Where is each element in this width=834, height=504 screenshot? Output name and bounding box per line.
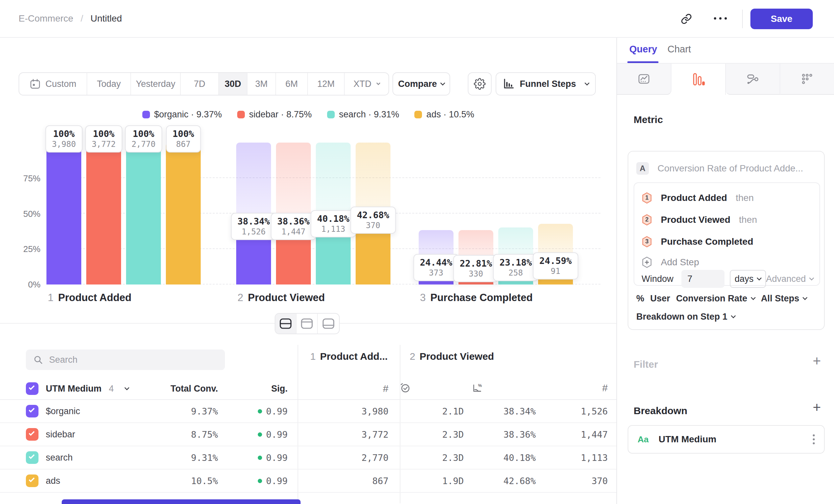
- table-row-organic[interactable]: $organic9.37%0.993,9802.1D38.34%1,526: [0, 400, 616, 423]
- tab-chart[interactable]: Chart: [667, 44, 691, 55]
- tab-query[interactable]: Query: [629, 44, 657, 55]
- query-step-2[interactable]: 2Product Viewedthen: [642, 211, 757, 228]
- breakdown-on-step-dropdown[interactable]: Breakdown on Step 1: [636, 312, 735, 322]
- row-label: ads: [46, 476, 60, 486]
- chevron-down-icon: [440, 80, 445, 86]
- tab-flows[interactable]: [726, 64, 780, 95]
- svg-text:3: 3: [645, 238, 649, 245]
- chart-settings-button[interactable]: [468, 72, 492, 95]
- bar-sidebar-step1[interactable]: 100%3,772: [86, 143, 121, 284]
- layout-top-button[interactable]: [297, 314, 318, 334]
- table-step1-header: 1 Product Add...: [310, 351, 388, 362]
- range-custom[interactable]: Custom: [19, 73, 87, 95]
- legend-item-organic[interactable]: $organic · 9.37%: [142, 109, 222, 120]
- entity-label[interactable]: User: [650, 294, 670, 304]
- bar-organic-step2[interactable]: 38.34%1,526: [236, 143, 271, 284]
- query-step-3[interactable]: 3Purchase Completed: [642, 233, 753, 250]
- bar-search-step1[interactable]: 100%2,770: [126, 143, 161, 284]
- share-link-icon[interactable]: [681, 13, 692, 25]
- table-row-search[interactable]: search9.31%0.992,7702.3D40.18%1,113: [0, 446, 616, 469]
- top-panel-icon: [301, 318, 313, 329]
- range-yesterday[interactable]: Yesterday: [131, 73, 181, 95]
- legend-item-ads[interactable]: ads · 10.5%: [414, 109, 474, 120]
- select-all-checkbox[interactable]: [26, 382, 39, 395]
- range-30d[interactable]: 30D: [219, 73, 247, 95]
- legend-label: sidebar · 8.75%: [249, 109, 312, 120]
- chart-view-dropdown[interactable]: Funnel Steps: [496, 72, 596, 95]
- bar-sidebar-step3[interactable]: 22.81%330: [459, 143, 493, 284]
- step-label-2: 2Product Viewed: [238, 292, 325, 304]
- compare-button[interactable]: Compare: [392, 72, 450, 95]
- step1-count: 3,772: [298, 429, 400, 440]
- window-unit-select[interactable]: days: [730, 270, 766, 288]
- step-then-label: then: [739, 214, 758, 225]
- bar-ads-step3[interactable]: 24.59%91: [538, 143, 573, 284]
- advanced-toggle[interactable]: Advanced: [766, 274, 813, 284]
- query-step-1[interactable]: 1Product Addedthen: [642, 190, 754, 206]
- row-label: sidebar: [46, 429, 75, 440]
- sig-header[interactable]: Sig.: [218, 384, 288, 394]
- svg-text:1: 1: [645, 194, 649, 201]
- bar-count: 3,980: [52, 140, 75, 149]
- header-divider: [742, 9, 743, 28]
- range-label: 12M: [317, 79, 335, 89]
- step-label-3: 3Purchase Completed: [420, 292, 533, 304]
- range-xtd[interactable]: XTD: [345, 73, 389, 95]
- bar-ads-step1[interactable]: 100%867: [166, 143, 201, 284]
- tab-insights[interactable]: [617, 64, 672, 95]
- bar-search-step3[interactable]: 23.18%258: [498, 143, 533, 284]
- row-checkbox[interactable]: [26, 428, 39, 441]
- time-to-convert: 1.9D: [400, 476, 472, 486]
- add-breakdown-button[interactable]: +: [813, 403, 821, 412]
- window-value-input[interactable]: [681, 270, 725, 288]
- row-checkbox[interactable]: [26, 475, 39, 487]
- funnel-bars-icon: [503, 78, 514, 90]
- split-view-icon: [279, 318, 292, 329]
- bar-search-step2[interactable]: 40.18%1,113: [316, 143, 351, 284]
- more-menu-icon[interactable]: [714, 17, 727, 20]
- y-tick-label: 25%: [14, 244, 41, 254]
- bar-sidebar-step2[interactable]: 38.36%1,447: [276, 143, 311, 284]
- scope-dropdown[interactable]: All Steps: [761, 294, 807, 304]
- range-today[interactable]: Today: [87, 73, 131, 95]
- row-checkbox[interactable]: [26, 405, 39, 417]
- row-left-cell: ads10.5%0.99: [0, 475, 298, 487]
- table-row-sidebar[interactable]: sidebar8.75%0.993,7722.3D38.36%1,447: [0, 423, 616, 446]
- tab-retention[interactable]: [780, 64, 834, 95]
- conversion-rate-icon: %: [472, 382, 544, 394]
- metric-summary-row[interactable]: A Conversion Rate of Product Adde...: [636, 162, 803, 175]
- query-step-name: Purchase Completed: [661, 236, 753, 247]
- time-to-convert-icon: [400, 382, 472, 394]
- breakdown-item[interactable]: Aa UTM Medium: [628, 425, 825, 454]
- layout-split-button[interactable]: [275, 314, 297, 334]
- row-checkbox[interactable]: [26, 451, 39, 464]
- range-3m[interactable]: 3M: [247, 73, 276, 95]
- flows-icon: [746, 72, 759, 86]
- legend-item-search[interactable]: search · 9.31%: [327, 109, 399, 120]
- save-button[interactable]: Save: [750, 8, 813, 29]
- bar-ads-step2[interactable]: 42.68%370: [356, 143, 391, 284]
- breadcrumb-project[interactable]: E-Commerce: [19, 13, 73, 24]
- add-step-button[interactable]: Add Step: [642, 254, 699, 271]
- table-row-ads[interactable]: ads10.5%0.998671.9D42.68%370: [0, 469, 616, 493]
- range-6m[interactable]: 6M: [276, 73, 308, 95]
- item-menu-icon[interactable]: [813, 434, 815, 444]
- search-input[interactable]: [49, 355, 208, 365]
- check-icon: [28, 430, 35, 436]
- add-filter-button[interactable]: +: [813, 356, 821, 366]
- bar-organic-step3[interactable]: 24.44%373: [419, 143, 454, 284]
- range-12m[interactable]: 12M: [308, 73, 345, 95]
- measure-dropdown[interactable]: Conversion Rate: [676, 294, 755, 304]
- range-7d[interactable]: 7D: [181, 73, 219, 95]
- tab-funnels[interactable]: [672, 64, 726, 95]
- metric-summary: Conversion Rate of Product Adde...: [658, 163, 803, 174]
- step-number: 2: [238, 292, 243, 304]
- layout-bottom-button[interactable]: [318, 314, 339, 334]
- bar-count: 1,526: [238, 227, 270, 236]
- page-title[interactable]: Untitled: [91, 13, 122, 24]
- total-conv-header[interactable]: Total Conv.: [168, 384, 218, 394]
- breakdown-column-label[interactable]: UTM Medium: [46, 384, 102, 394]
- bar-ghost: [46, 143, 81, 284]
- bar-organic-step1[interactable]: 100%3,980: [46, 143, 81, 284]
- legend-item-sidebar[interactable]: sidebar · 8.75%: [237, 109, 312, 120]
